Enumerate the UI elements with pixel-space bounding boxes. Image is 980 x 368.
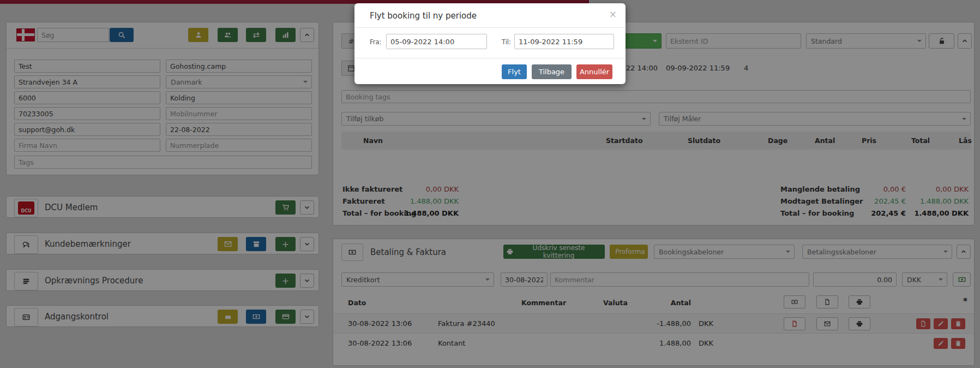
modal-divider	[354, 27, 626, 28]
move-booking-modal: Flyt booking til ny periode × Fra: Til: …	[354, 3, 626, 84]
move-button-label: Flyt	[508, 68, 521, 76]
back-button[interactable]: Tilbage	[532, 64, 572, 79]
from-datetime-field[interactable]	[386, 34, 487, 49]
move-button[interactable]: Flyt	[502, 64, 527, 79]
app-root: ⇄ Danmark DCU DCU Medlem Kundebemærkning…	[0, 0, 980, 368]
back-button-label: Tilbage	[539, 68, 564, 76]
cancel-button-label: Annullér	[580, 68, 609, 76]
to-label: Til:	[502, 38, 511, 46]
to-datetime-field[interactable]	[514, 34, 614, 49]
modal-title: Flyt booking til ny periode	[370, 11, 477, 21]
close-icon[interactable]: ×	[609, 9, 617, 20]
cancel-button[interactable]: Annullér	[576, 64, 612, 79]
from-label: Fra:	[370, 38, 381, 46]
modal-divider	[354, 58, 626, 58]
